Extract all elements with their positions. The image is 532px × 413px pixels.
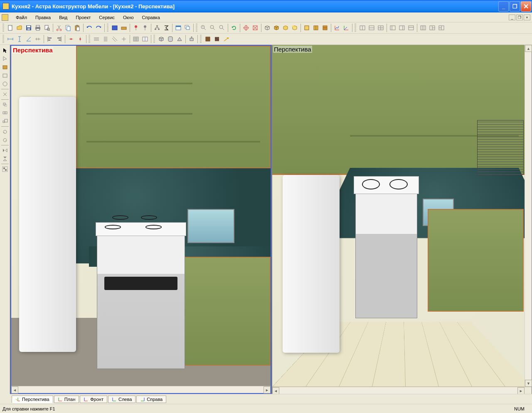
- paste-icon[interactable]: [73, 23, 82, 32]
- scale-icon[interactable]: [0, 117, 10, 125]
- menu-help[interactable]: Справка: [138, 14, 164, 21]
- zoom-out-icon[interactable]: -: [208, 23, 217, 32]
- extrude-icon[interactable]: [187, 34, 196, 44]
- scroll-left-icon[interactable]: ◄: [11, 386, 18, 393]
- cube-solid-icon[interactable]: [272, 23, 281, 32]
- scroll-right-icon[interactable]: ►: [517, 387, 525, 394]
- menu-view[interactable]: Вид: [55, 14, 71, 21]
- zoom-fit-icon[interactable]: [217, 23, 227, 32]
- grid-d-icon[interactable]: [110, 34, 119, 44]
- scroll-right-icon[interactable]: ►: [264, 386, 271, 393]
- material-icon[interactable]: [203, 34, 212, 44]
- split-4-icon[interactable]: [376, 23, 385, 32]
- snap2-icon[interactable]: [76, 34, 85, 44]
- menu-project[interactable]: Проект: [71, 14, 95, 21]
- panel-icon[interactable]: [110, 23, 119, 32]
- new-icon[interactable]: [6, 23, 15, 32]
- dim-angle-icon[interactable]: [24, 34, 33, 44]
- pointer-icon[interactable]: [0, 47, 10, 55]
- chart-icon[interactable]: [332, 23, 342, 32]
- cylinder-icon[interactable]: [166, 34, 175, 44]
- mirror-h-icon[interactable]: [0, 146, 10, 155]
- viewport-right-hscroll[interactable]: ◄ ►: [272, 387, 532, 394]
- print-preview-icon[interactable]: [42, 23, 52, 32]
- group-icon[interactable]: [0, 165, 10, 173]
- mirror-v-icon[interactable]: [0, 155, 10, 163]
- scroll-up-icon[interactable]: ▲: [525, 45, 532, 52]
- layout6-icon[interactable]: [437, 23, 446, 32]
- toolbar-grip[interactable]: [2, 35, 4, 43]
- view-tab-front[interactable]: Фронт: [80, 396, 107, 403]
- hierarchy-icon[interactable]: [153, 23, 162, 32]
- dim-h-icon[interactable]: [6, 34, 15, 44]
- viewport-right-canvas[interactable]: Перспектива: [272, 45, 532, 387]
- panel2-icon[interactable]: [311, 23, 320, 32]
- view-tab-perspective[interactable]: Перспектива: [12, 396, 53, 403]
- rotate-cw-icon[interactable]: [0, 128, 10, 136]
- menu-file[interactable]: Файл: [12, 14, 31, 21]
- grid-v-icon[interactable]: [101, 34, 110, 44]
- move-icon[interactable]: [0, 101, 10, 109]
- maximize-button[interactable]: ❐: [510, 1, 520, 12]
- cascade-icon[interactable]: [183, 23, 192, 32]
- rotate-ccw-icon[interactable]: [0, 136, 10, 144]
- circle-icon[interactable]: [0, 80, 10, 88]
- copy-move-icon[interactable]: [0, 109, 10, 117]
- menu-edit[interactable]: Правка: [31, 14, 55, 21]
- view-tab-plan[interactable]: План: [54, 396, 79, 403]
- target-icon[interactable]: [241, 23, 251, 32]
- panel3-icon[interactable]: [320, 23, 330, 32]
- toolbar-grip[interactable]: [2, 24, 4, 32]
- scroll-down-icon[interactable]: ▼: [525, 380, 532, 387]
- grid-h-icon[interactable]: [92, 34, 101, 44]
- table2-icon[interactable]: [140, 34, 150, 44]
- viewport-right-vscroll[interactable]: ▲ ▼: [525, 45, 532, 387]
- arrow-tool-icon[interactable]: [222, 34, 231, 44]
- panel1-icon[interactable]: [302, 23, 311, 32]
- view-tab-right[interactable]: Справа: [136, 396, 166, 403]
- scroll-left-icon[interactable]: ◄: [272, 387, 279, 394]
- crosshair-icon[interactable]: [251, 23, 260, 32]
- zoom-in-icon[interactable]: +: [199, 23, 208, 32]
- redo-icon[interactable]: [94, 23, 103, 32]
- delete-icon[interactable]: [0, 90, 10, 98]
- close-button[interactable]: ✕: [521, 1, 531, 12]
- cube-outline-icon[interactable]: [263, 23, 272, 32]
- axis-icon[interactable]: [342, 23, 351, 32]
- grid-plus-icon[interactable]: [119, 34, 128, 44]
- mdi-restore-button[interactable]: ❐: [516, 15, 523, 20]
- viewport-left-hscroll[interactable]: ◄ ►: [11, 386, 271, 393]
- layout2-icon[interactable]: [397, 23, 406, 32]
- sigma-icon[interactable]: [162, 23, 171, 32]
- cube-lit-icon[interactable]: [290, 23, 299, 32]
- split-v-icon[interactable]: [367, 23, 376, 32]
- block-icon[interactable]: [119, 23, 128, 32]
- save-icon[interactable]: [24, 23, 33, 32]
- viewport-left[interactable]: Перспектива: [10, 45, 271, 394]
- copy-icon[interactable]: [64, 23, 73, 32]
- layout4-icon[interactable]: [419, 23, 428, 32]
- toolbar-grip[interactable]: [89, 35, 90, 43]
- mdi-close-button[interactable]: ×: [524, 15, 530, 20]
- align-r-icon[interactable]: [54, 34, 64, 44]
- undo-icon[interactable]: [85, 23, 94, 32]
- viewport-right[interactable]: Перспектива ▲: [272, 45, 532, 394]
- pin-red-icon[interactable]: [131, 23, 140, 32]
- toolbar-grip[interactable]: [107, 24, 108, 32]
- rect-icon[interactable]: [0, 71, 10, 80]
- layout1-icon[interactable]: [388, 23, 397, 32]
- select-icon[interactable]: [0, 55, 10, 63]
- align-l-icon[interactable]: [45, 34, 54, 44]
- open-icon[interactable]: [15, 23, 24, 32]
- split-h-icon[interactable]: [358, 23, 367, 32]
- menu-service[interactable]: Сервис: [95, 14, 119, 21]
- print-icon[interactable]: [33, 23, 42, 32]
- cut-icon[interactable]: [54, 23, 64, 32]
- dim-chain-icon[interactable]: [33, 34, 42, 44]
- cube-yellow-icon[interactable]: [281, 23, 290, 32]
- toolbar-grip[interactable]: [200, 35, 202, 43]
- layout5-icon[interactable]: [428, 23, 437, 32]
- minimize-button[interactable]: _: [498, 1, 509, 12]
- refresh-icon[interactable]: [229, 23, 239, 32]
- toolbar-grip[interactable]: [355, 24, 356, 32]
